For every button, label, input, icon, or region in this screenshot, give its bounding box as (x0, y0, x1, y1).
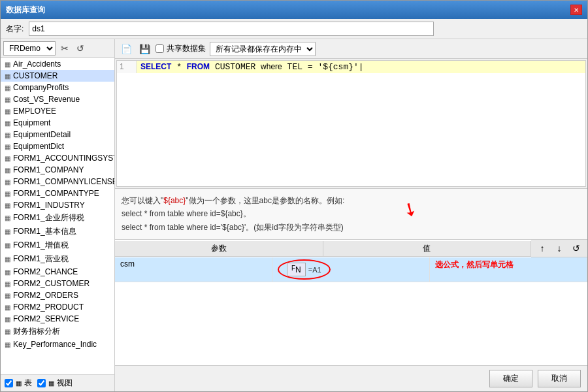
list-item[interactable]: ▦ Key_Performance_Indic (1, 338, 114, 350)
hint-line3: select * from table where id='${abc}'。(如… (122, 221, 581, 234)
list-item[interactable]: ▦ FORM1_企业所得税 (1, 211, 114, 225)
table-checkbox-label[interactable]: ▦ 表 (5, 378, 32, 389)
query-toolbar: 📄 💾 共享数据集 所有记录都保存在内存中 (115, 39, 587, 59)
close-button[interactable]: ✕ (570, 5, 582, 15)
new-query-icon[interactable]: 📄 (119, 42, 133, 56)
list-item[interactable]: ▦ CUSTOMER (1, 70, 114, 82)
list-item[interactable]: ▦ FORM1_基本信息 (1, 225, 114, 238)
list-item[interactable]: ▦ FORM1_COMPANTYPE (1, 188, 114, 199)
list-item[interactable]: ▦ FORM1_INDUSTRY (1, 199, 114, 211)
hint-line1: 您可以键入"${abc}"做为一个参数，这里abc是参数的名称。例如: (122, 194, 581, 207)
view-label: 视图 (57, 378, 73, 389)
status-dropdown[interactable]: 所有记录都保存在内存中 (210, 42, 316, 56)
confirm-button[interactable]: 确定 (489, 370, 532, 387)
list-item[interactable]: ▦ FORM2_CUSTOMER (1, 278, 114, 289)
list-item[interactable]: ▦ 财务指标分析 (1, 325, 114, 338)
param-hint: 您可以键入"${abc}"做为一个参数，这里abc是参数的名称。例如: sele… (115, 188, 587, 239)
list-item[interactable]: ▦ FORM1_营业税 (1, 252, 114, 266)
list-item[interactable]: ▦ EquipmentDict (1, 140, 114, 152)
table-label: 表 (24, 378, 32, 389)
table-list: ▦ Air_Accidents ▦ CUSTOMER ▦ CompanyProf… (1, 58, 114, 374)
list-item[interactable]: ▦ FORM2_ORDERS (1, 289, 114, 301)
window-title: 数据库查询 (6, 5, 45, 16)
bottom-buttons: 确定 取消 (115, 365, 587, 391)
list-item[interactable]: ▦ FORM2_PRODUCT (1, 301, 114, 313)
list-item[interactable]: ▦ FORM1_增值税 (1, 238, 114, 252)
param-table-area: 参数 值 ↑ ↓ ↺ csm FN (115, 239, 587, 365)
param-value-cell: FN =A1 (272, 257, 430, 282)
param-name-cell: csm (115, 257, 272, 282)
right-panel: 📄 💾 共享数据集 所有记录都保存在内存中 1 SELECT * FROM CU… (115, 39, 587, 391)
hint-cell: 选公式，然后写单元格 (430, 257, 587, 282)
sql-text[interactable]: SELECT * FROM CUSTOMER where TEL = '${cs… (137, 61, 585, 73)
refresh-icon[interactable]: ↺ (74, 42, 87, 55)
list-item[interactable]: ▦ Air_Accidents (1, 58, 114, 70)
sql-line: 1 SELECT * FROM CUSTOMER where TEL = '${… (117, 61, 585, 73)
window-controls: ✕ (570, 5, 582, 15)
main-area: FRDemo ✂ ↺ ▦ Air_Accidents ▦ CUSTOMER ▦ … (1, 39, 587, 391)
down-icon[interactable]: ↓ (552, 241, 566, 255)
sidebar-bottom: ▦ 表 ▦ 视图 (1, 374, 114, 391)
name-input[interactable] (29, 22, 434, 36)
formula-button[interactable]: FN (287, 263, 306, 276)
view-checkbox-label[interactable]: ▦ 视图 (37, 378, 73, 389)
list-item[interactable]: ▦ EquipmentDetail (1, 129, 114, 140)
param-table-header: 参数 值 (115, 241, 531, 257)
param-col-header: 参数 (115, 241, 323, 256)
list-item[interactable]: ▦ FORM2_SERVICE (1, 313, 114, 325)
sidebar: FRDemo ✂ ↺ ▦ Air_Accidents ▦ CUSTOMER ▦ … (1, 39, 115, 391)
list-item[interactable]: ▦ EMPLOYEE (1, 105, 114, 117)
save-icon[interactable]: 💾 (137, 42, 152, 56)
share-label: 共享数据集 (167, 43, 206, 54)
list-item[interactable]: ▦ CompanyProfits (1, 82, 114, 93)
list-item[interactable]: ▦ FORM2_CHANCE (1, 266, 114, 278)
title-bar: 数据库查询 ✕ (1, 1, 587, 19)
table-row: csm FN =A1 选公式，然后写单元格 (115, 257, 587, 282)
list-item[interactable]: ▦ FORM1_COMPANY (1, 164, 114, 176)
view-checkbox[interactable] (37, 379, 46, 387)
share-checkbox-area: 共享数据集 (155, 43, 206, 54)
sql-editor[interactable]: 1 SELECT * FROM CUSTOMER where TEL = '${… (116, 60, 586, 187)
list-item[interactable]: ▦ FORM1_COMPANYLICENSE (1, 176, 114, 188)
list-item[interactable]: ▦ Cost_VS_Revenue (1, 93, 114, 105)
share-checkbox[interactable] (155, 44, 164, 53)
up-icon[interactable]: ↑ (535, 241, 549, 255)
sidebar-toolbar: FRDemo ✂ ↺ (1, 39, 114, 58)
formula-container: FN =A1 (278, 259, 331, 280)
formula-value: =A1 (308, 266, 321, 274)
refresh-param-icon[interactable]: ↺ (569, 241, 583, 255)
list-item[interactable]: ▦ FORM1_ACCOUNTINGSYST (1, 152, 114, 164)
list-item[interactable]: ▦ Equipment (1, 117, 114, 129)
database-dropdown[interactable]: FRDemo (3, 41, 56, 56)
line-number: 1 (117, 61, 137, 73)
cancel-button[interactable]: 取消 (538, 370, 581, 387)
table-checkbox[interactable] (5, 379, 13, 387)
settings-icon[interactable]: ✂ (58, 42, 71, 55)
name-row: 名字: (1, 19, 587, 39)
hint-text: 选公式，然后写单元格 (435, 260, 514, 269)
name-label: 名字: (6, 24, 24, 35)
hint-line2: select * from table where id=${abc}。 (122, 207, 581, 220)
value-col-header: 值 (323, 241, 532, 256)
main-window: 数据库查询 ✕ 名字: FRDemo ✂ ↺ ▦ Air_Accidents (0, 0, 588, 392)
